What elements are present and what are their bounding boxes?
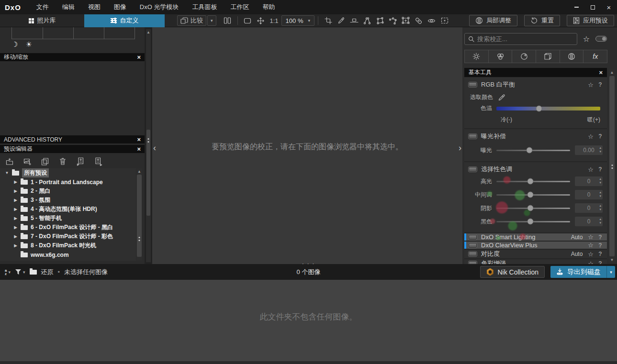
active-corrections-toggle[interactable] bbox=[595, 36, 607, 42]
exposure-slider[interactable] bbox=[496, 150, 570, 151]
repair-tool-icon[interactable] bbox=[412, 15, 425, 26]
scrollbar-thumb[interactable] bbox=[146, 130, 150, 216]
close-panel-icon[interactable]: × bbox=[599, 69, 603, 76]
export-preset-file-icon[interactable] bbox=[93, 156, 103, 167]
close-panel-icon[interactable]: × bbox=[137, 136, 141, 143]
preset-folder-row[interactable]: ▶ 7 - DxO FilmPack 设计师 - 彩色 bbox=[0, 232, 136, 241]
spin-down-icon[interactable]: ▾ bbox=[599, 150, 601, 154]
slider-handle[interactable] bbox=[527, 178, 533, 185]
value-stepper[interactable]: ▴▾ bbox=[599, 190, 601, 198]
palette-geometry-tab[interactable] bbox=[536, 50, 560, 63]
smart-lighting-row[interactable]: DxO Smart Lighting Auto ☆ ? bbox=[464, 233, 607, 241]
palette-light-tab[interactable] bbox=[464, 50, 489, 63]
filmstrip-resize-handle[interactable]: · · · bbox=[0, 261, 617, 266]
smart-lighting-checkbox[interactable] bbox=[469, 235, 477, 240]
selective-tone-checkbox[interactable] bbox=[469, 167, 477, 172]
value-stepper[interactable]: ▴▾ bbox=[599, 146, 601, 154]
close-panel-icon[interactable]: × bbox=[137, 54, 141, 61]
search-box[interactable] bbox=[464, 33, 577, 45]
favorite-star-icon[interactable]: ☆ bbox=[588, 233, 594, 241]
favorite-star-icon[interactable]: ☆ bbox=[588, 81, 594, 88]
compare-button[interactable]: 比较 bbox=[177, 15, 206, 26]
zoom-level-select[interactable]: 100 % ▾ bbox=[281, 15, 314, 26]
split-view-icon[interactable] bbox=[221, 15, 234, 26]
temperature-slider[interactable] bbox=[496, 107, 600, 110]
red-eye-tool-icon[interactable] bbox=[425, 15, 438, 26]
exposure-checkbox[interactable] bbox=[469, 134, 477, 139]
shadow-clipping-icon[interactable]: ☽ bbox=[11, 40, 18, 49]
create-preset-from-image-icon[interactable] bbox=[22, 156, 33, 167]
spin-up-icon[interactable]: ▴ bbox=[599, 146, 601, 150]
menu-workspace[interactable]: 工作区 bbox=[224, 0, 256, 14]
scroll-up-icon[interactable]: ▲ bbox=[609, 70, 615, 75]
zoom-1to1-button[interactable]: 1:1 bbox=[267, 15, 281, 26]
preset-tree-scrollbar[interactable]: ▲ bbox=[136, 168, 142, 261]
value-stepper[interactable]: ▴▾ bbox=[599, 217, 601, 225]
force-parallel-tool-icon[interactable] bbox=[360, 15, 373, 26]
local-adjustments-button[interactable]: 局部调整 bbox=[469, 15, 517, 26]
preset-folder-row[interactable]: ▶ 8 - DxO FilmPack 时光机 bbox=[0, 241, 136, 250]
selection-marquee-tool-icon[interactable] bbox=[438, 15, 451, 26]
apply-preset-button[interactable]: 应用预设 bbox=[567, 15, 614, 26]
midtones-slider[interactable] bbox=[496, 194, 570, 196]
compare-dropdown[interactable]: ▾ bbox=[207, 15, 216, 26]
exposure-value-field[interactable]: 0.00 ▴▾ bbox=[575, 145, 603, 155]
reset-button[interactable]: 重置 bbox=[524, 15, 560, 26]
preset-folder-row[interactable]: ▶ 2 - 黑白 bbox=[0, 187, 136, 196]
contrast-row[interactable]: 对比度 Auto ☆ ? bbox=[464, 250, 607, 258]
tab-photo-library[interactable]: 照片库 bbox=[0, 14, 84, 27]
menu-view[interactable]: 视图 bbox=[81, 0, 107, 14]
preset-folder-row[interactable]: ▶ 4 - 高动态范围(单张 HDR) bbox=[0, 205, 136, 214]
expand-arrow-icon[interactable]: ▶ bbox=[13, 180, 18, 184]
menu-image[interactable]: 图像 bbox=[107, 0, 133, 14]
collapse-arrow-icon[interactable]: ▼ bbox=[5, 171, 9, 175]
horizon-tool-icon[interactable] bbox=[348, 15, 360, 26]
value-stepper[interactable]: ▴▾ bbox=[599, 204, 601, 211]
preset-folder-row[interactable]: www.x6g.com bbox=[0, 250, 136, 259]
highlights-slider[interactable] bbox=[496, 181, 570, 182]
spin-down-icon[interactable]: ▾ bbox=[599, 181, 601, 185]
right-panel-scrollbar[interactable]: ▲ ▼ bbox=[609, 69, 615, 263]
spin-up-icon[interactable]: ▴ bbox=[599, 177, 601, 181]
preset-folder-row[interactable]: ▶ 6 - DxO FilmPack 设计师 - 黑白 bbox=[0, 223, 136, 232]
crop-tool-icon[interactable] bbox=[322, 15, 335, 26]
eyedropper-tool-icon[interactable] bbox=[335, 15, 348, 26]
collapse-right-panel-icon[interactable]: › bbox=[459, 143, 461, 153]
spin-down-icon[interactable]: ▾ bbox=[599, 194, 601, 198]
menu-edit[interactable]: 编辑 bbox=[56, 0, 81, 14]
left-panel-splitter[interactable]: ▲ bbox=[145, 27, 152, 264]
slider-handle[interactable] bbox=[536, 105, 542, 111]
white-balance-checkbox[interactable] bbox=[469, 82, 477, 87]
scrollbar-thumb[interactable] bbox=[137, 175, 142, 257]
tab-customize[interactable]: 自定义 bbox=[84, 14, 165, 27]
close-button[interactable]: × bbox=[601, 0, 617, 14]
preset-root-row[interactable]: ▼ 所有预设 bbox=[0, 168, 136, 177]
delete-preset-icon[interactable] bbox=[57, 156, 68, 167]
spin-up-icon[interactable]: ▴ bbox=[599, 204, 601, 208]
midtones-value-field[interactable]: 0 ▴▾ bbox=[575, 190, 603, 199]
perspective-points-tool-icon[interactable] bbox=[386, 15, 399, 26]
menu-help[interactable]: 帮助 bbox=[256, 0, 281, 14]
shadows-value-field[interactable]: 0 ▴▾ bbox=[575, 203, 603, 213]
spin-down-icon[interactable]: ▾ bbox=[599, 221, 601, 225]
spin-up-icon[interactable]: ▴ bbox=[599, 217, 601, 221]
value-stepper[interactable]: ▴▾ bbox=[599, 177, 601, 185]
import-preset-file-icon[interactable] bbox=[75, 156, 86, 167]
preset-folder-row[interactable]: ▶ 3 - 氛围 bbox=[0, 196, 136, 205]
slider-handle[interactable] bbox=[527, 205, 533, 211]
palette-local-adjustments-tab[interactable] bbox=[560, 50, 584, 63]
palette-effects-tab[interactable]: fx bbox=[583, 50, 607, 63]
expand-arrow-icon[interactable]: ▶ bbox=[13, 216, 18, 221]
duplicate-preset-icon[interactable] bbox=[40, 156, 50, 167]
contrast-checkbox[interactable] bbox=[469, 252, 477, 256]
blacks-slider[interactable] bbox=[496, 221, 570, 222]
favorite-star-icon[interactable]: ☆ bbox=[588, 242, 594, 249]
help-icon[interactable]: ? bbox=[598, 234, 603, 241]
favorite-star-icon[interactable]: ☆ bbox=[588, 166, 594, 173]
slider-handle[interactable] bbox=[527, 147, 533, 154]
favorites-filter-icon[interactable]: ☆ bbox=[583, 34, 590, 44]
help-icon[interactable]: ? bbox=[598, 133, 603, 140]
favorite-star-icon[interactable]: ☆ bbox=[588, 251, 594, 258]
expand-arrow-icon[interactable]: ▶ bbox=[13, 189, 18, 193]
highlight-clipping-icon[interactable]: ☀ bbox=[25, 40, 32, 49]
